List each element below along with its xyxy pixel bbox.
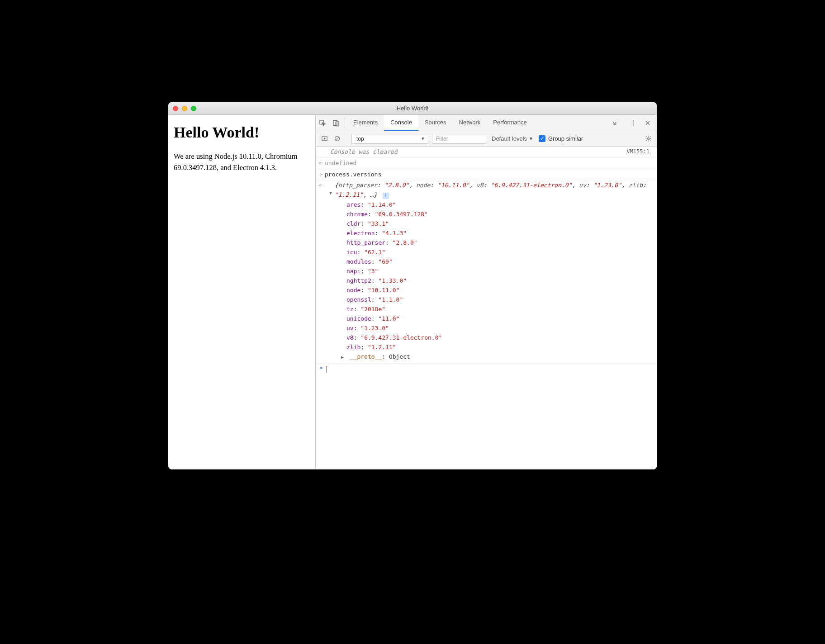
object-property[interactable]: ares: "1.14.0" xyxy=(325,200,652,209)
svg-rect-1 xyxy=(333,120,337,125)
group-similar-checkbox[interactable]: ✓ Group similar xyxy=(539,135,583,142)
source-link[interactable]: VM155:1 xyxy=(626,147,652,156)
undefined-text: undefined xyxy=(325,159,356,168)
window-body: Hello World! We are using Node.js 10.11.… xyxy=(168,115,657,469)
svg-point-8 xyxy=(647,138,649,140)
object-property[interactable]: openssl: "1.1.0" xyxy=(325,295,652,304)
zoom-window-button[interactable] xyxy=(191,106,196,111)
tabs-list: Elements Console Sources Network Perform… xyxy=(347,115,533,131)
check-icon: ✓ xyxy=(539,135,545,142)
disclosure-open-icon[interactable]: ▼ xyxy=(329,189,332,197)
text-cursor xyxy=(327,366,327,373)
devtools-tabstrip: Elements Console Sources Network Perform… xyxy=(316,115,657,131)
kebab-menu-icon[interactable] xyxy=(626,119,640,127)
prompt-marker-icon: > xyxy=(318,365,324,371)
levels-label: Default levels xyxy=(492,135,527,142)
page-heading: Hello World! xyxy=(174,124,310,141)
proto-value: Object xyxy=(389,353,410,360)
more-tabs-icon[interactable] xyxy=(607,119,622,127)
svg-point-3 xyxy=(633,120,634,121)
info-icon[interactable]: i xyxy=(383,193,389,199)
object-property[interactable]: modules: "69" xyxy=(325,257,652,266)
console-result-object[interactable]: <· ▼ {http_parser: "2.8.0", node: "10.11… xyxy=(316,180,657,364)
svg-point-5 xyxy=(633,124,634,125)
context-value: top xyxy=(356,136,364,142)
console-settings-icon[interactable] xyxy=(642,133,654,145)
console-result-undefined: <· undefined xyxy=(316,158,657,169)
tab-sources[interactable]: Sources xyxy=(418,115,453,131)
close-window-button[interactable] xyxy=(173,106,178,111)
object-property[interactable]: zlib: "1.2.11" xyxy=(325,342,652,352)
chevron-down-icon: ▼ xyxy=(421,136,425,141)
object-property[interactable]: node: "10.11.0" xyxy=(325,285,652,295)
separator xyxy=(345,118,345,128)
group-similar-label: Group similar xyxy=(548,135,583,142)
input-marker-icon: > xyxy=(318,170,324,178)
input-expression: process.versions xyxy=(325,170,381,179)
minimize-window-button[interactable] xyxy=(182,106,187,111)
clear-console-icon[interactable] xyxy=(331,133,343,145)
object-property[interactable]: nghttp2: "1.33.0" xyxy=(325,276,652,285)
chevron-down-icon: ▼ xyxy=(529,136,533,141)
object-summary[interactable]: {http_parser: "2.8.0", node: "10.11.0", … xyxy=(325,180,652,199)
object-property[interactable]: electron: "4.1.3" xyxy=(325,228,652,238)
object-property[interactable]: icu: "62.1" xyxy=(325,247,652,257)
close-devtools-icon[interactable] xyxy=(640,119,655,127)
devtools-pane: Elements Console Sources Network Perform… xyxy=(316,115,657,469)
console-message-cleared: Console was cleared VM155:1 xyxy=(316,147,657,158)
cleared-text: Console was cleared xyxy=(325,147,398,156)
object-property[interactable]: cldr: "33.1" xyxy=(325,219,652,228)
object-property[interactable]: tz: "2018e" xyxy=(325,304,652,314)
tab-console[interactable]: Console xyxy=(384,115,418,131)
svg-point-4 xyxy=(633,122,634,123)
console-output[interactable]: Console was cleared VM155:1 <· undefined… xyxy=(316,147,657,469)
console-toolbar: top ▼ Default levels ▼ ✓ Group similar xyxy=(316,131,657,147)
console-prompt[interactable]: > xyxy=(316,364,657,374)
tab-elements[interactable]: Elements xyxy=(347,115,384,131)
execution-context-select[interactable]: top ▼ xyxy=(351,134,428,144)
titlebar[interactable]: Hello World! xyxy=(168,102,657,115)
tab-network[interactable]: Network xyxy=(453,115,487,131)
tabs-right xyxy=(607,115,657,131)
object-property[interactable]: unicode: "11.0" xyxy=(325,314,652,323)
toggle-sidebar-icon[interactable] xyxy=(318,133,330,145)
window-title: Hello World! xyxy=(168,105,657,112)
app-window: Hello World! Hello World! We are using N… xyxy=(168,102,657,469)
log-levels-select[interactable]: Default levels ▼ xyxy=(487,135,538,142)
tab-performance[interactable]: Performance xyxy=(487,115,533,131)
result-marker-icon: <· xyxy=(318,181,324,189)
result-marker-icon: <· xyxy=(318,159,324,167)
object-property[interactable]: v8: "6.9.427.31-electron.0" xyxy=(325,333,652,342)
proto-line[interactable]: ▶ __proto__: Object xyxy=(325,352,652,361)
object-property[interactable]: napi: "3" xyxy=(325,266,652,276)
webpage-pane: Hello World! We are using Node.js 10.11.… xyxy=(168,115,316,469)
device-toolbar-icon[interactable] xyxy=(329,115,343,131)
object-property[interactable]: chrome: "69.0.3497.128" xyxy=(325,209,652,219)
page-paragraph: We are using Node.js 10.11.0, Chromium 6… xyxy=(174,151,310,174)
object-property[interactable]: uv: "1.23.0" xyxy=(325,323,652,333)
object-property[interactable]: http_parser: "2.8.0" xyxy=(325,238,652,247)
filter-input[interactable] xyxy=(432,134,486,144)
inspect-element-icon[interactable] xyxy=(316,115,329,131)
console-input-echo: > process.versions xyxy=(316,169,657,180)
proto-key: __proto__ xyxy=(350,353,382,360)
disclosure-closed-icon[interactable]: ▶ xyxy=(341,354,346,361)
window-controls xyxy=(168,106,196,111)
